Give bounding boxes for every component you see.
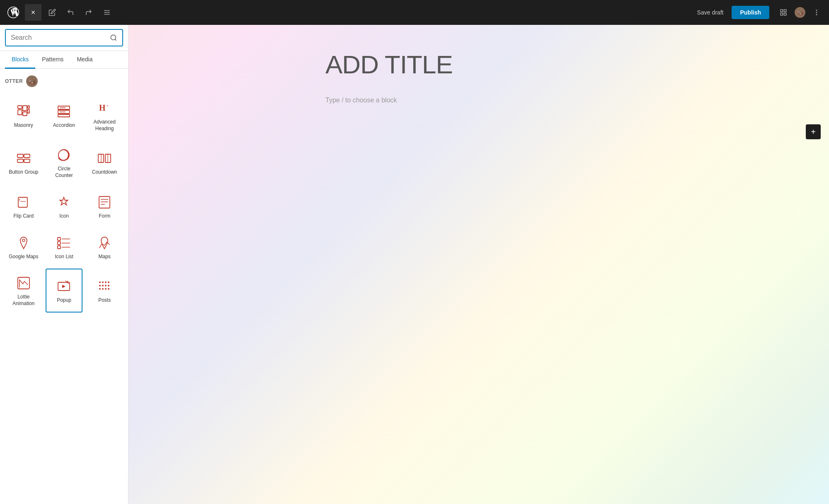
svg-point-55 [102,285,104,286]
countdown-icon [97,151,112,166]
block-item-advanced-heading[interactable]: H + Advanced Heading [86,94,123,137]
svg-rect-29 [24,159,30,162]
main-layout: Blocks Patterns Media OTTER 🦦 [0,25,829,504]
masonry-icon [16,104,31,119]
close-button[interactable]: × [25,4,41,21]
topbar-right-icons: 🦦 [776,5,824,20]
svg-rect-18 [28,109,29,113]
svg-point-9 [816,12,817,13]
accordion-icon [56,104,71,119]
block-item-masonry[interactable]: Masonry [5,94,42,137]
svg-rect-15 [23,106,27,111]
advanced-heading-label: Advanced Heading [90,119,119,132]
block-item-countdown[interactable]: Countdown [86,141,123,184]
block-item-maps[interactable]: Maps [86,228,123,265]
block-placeholder[interactable]: Type / to choose a block [325,92,632,109]
svg-point-51 [99,281,101,283]
list-icon [103,9,111,16]
circle-counter-label: Circle Counter [49,166,79,179]
profile-button[interactable]: 🦦 [793,5,807,20]
more-vertical-icon [813,9,820,16]
svg-rect-16 [23,112,27,116]
block-item-flip-card[interactable]: Flip Card [5,187,42,225]
block-item-google-maps[interactable]: Google Maps [5,228,42,265]
redo-button[interactable] [81,5,96,20]
svg-point-54 [102,281,104,283]
circle-counter-icon [56,148,71,162]
search-area [0,25,128,51]
page-title[interactable]: ADD TITLE [325,50,632,79]
svg-point-60 [108,281,109,283]
lottie-animation-icon [16,276,31,291]
google-maps-icon [16,235,31,250]
canvas-inner: ADD TITLE Type / to choose a block [292,25,665,134]
svg-rect-44 [58,242,61,245]
masonry-label: Masonry [14,122,33,129]
otter-avatar: 🦦 [26,75,38,87]
form-label: Form [99,213,110,220]
block-item-circle-counter[interactable]: Circle Counter [46,141,83,184]
topbar: × Save draft Publish 🦦 [0,0,829,25]
lottie-animation-label: Lottie Animation [9,294,39,307]
svg-rect-27 [17,159,23,162]
search-wrapper [5,29,123,46]
tab-patterns[interactable]: Patterns [35,51,70,69]
save-draft-button[interactable]: Save draft [692,6,729,19]
section-header: OTTER 🦦 [5,75,123,87]
search-button[interactable] [105,31,122,45]
edit-icon-button[interactable] [45,5,60,20]
maps-label: Maps [98,254,110,260]
document-overview-button[interactable] [99,5,114,20]
countdown-label: Countdown [92,169,117,176]
block-item-form[interactable]: Form [86,187,123,225]
svg-rect-42 [58,237,61,240]
svg-rect-37 [99,196,110,208]
undo-icon [67,9,74,16]
svg-point-62 [108,288,109,290]
block-item-button-group[interactable]: Button Group [5,141,42,184]
add-block-button[interactable]: + [806,124,821,139]
search-input[interactable] [6,30,105,46]
svg-rect-7 [784,13,786,15]
svg-rect-14 [18,110,22,115]
more-options-button[interactable] [809,5,824,20]
svg-point-10 [816,15,817,15]
block-item-posts[interactable]: Posts [86,269,123,312]
svg-point-53 [99,288,101,290]
svg-rect-13 [18,106,22,109]
advanced-heading-icon: H + [97,101,112,116]
avatar: 🦦 [795,7,805,18]
popup-icon [56,279,71,294]
block-item-popup[interactable]: Popup [46,269,83,312]
canvas-area: ADD TITLE Type / to choose a block + [128,25,829,504]
block-item-accordion[interactable]: Accordion [46,94,83,137]
block-item-icon[interactable]: Icon [46,187,83,225]
blocks-container: OTTER 🦦 Masonry [0,69,128,504]
flip-card-icon [16,195,31,210]
block-item-icon-list[interactable]: Icon List [46,228,83,265]
maps-icon [97,235,112,250]
posts-label: Posts [98,297,111,304]
svg-rect-5 [784,10,786,12]
svg-point-8 [816,10,817,11]
tab-bar: Blocks Patterns Media [0,51,128,69]
accordion-label: Accordion [53,122,75,129]
tab-media[interactable]: Media [70,51,99,69]
svg-rect-4 [781,10,783,12]
redo-icon [85,9,92,16]
svg-point-58 [105,285,107,286]
tab-blocks[interactable]: Blocks [5,51,35,69]
block-item-lottie-animation[interactable]: Lottie Animation [5,269,42,312]
svg-rect-17 [28,106,29,108]
undo-button[interactable] [63,5,78,20]
blocks-grid: Masonry Accordion H [5,94,123,313]
svg-rect-26 [17,154,23,158]
icon-label: Icon [59,213,69,220]
icon-block-icon [56,195,71,210]
search-icon [110,34,117,41]
svg-point-41 [22,239,25,242]
button-group-label: Button Group [9,169,38,176]
google-maps-label: Google Maps [9,254,38,260]
publish-button[interactable]: Publish [732,6,769,19]
settings-button[interactable] [776,5,791,20]
